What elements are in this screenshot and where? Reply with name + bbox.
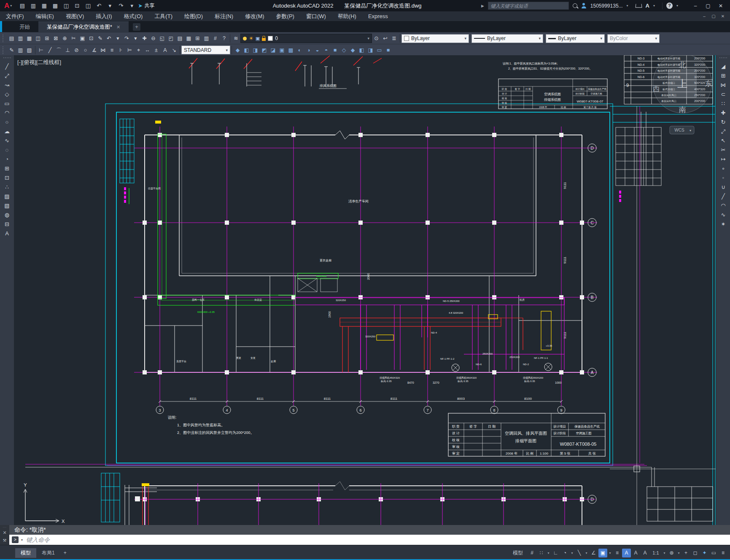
cylinder-icon[interactable]: ◆ (348, 46, 357, 54)
scale-icon[interactable]: ⤢ (718, 127, 728, 136)
menu-item[interactable]: 参数(P) (270, 11, 300, 21)
layer-dropdown-arrow[interactable]: ▾ (367, 36, 369, 40)
plot-preview-icon[interactable]: ⊞ (43, 34, 51, 43)
new-tab-button[interactable]: + (133, 23, 140, 31)
linear-dimension-icon[interactable]: ⊢ (37, 46, 46, 54)
save-icon[interactable]: ▦ (40, 2, 48, 9)
menu-item[interactable]: 修改(M) (239, 11, 270, 21)
toolbar-grip[interactable] (3, 46, 5, 54)
fillet-icon[interactable]: ◠ (718, 201, 728, 210)
extend-icon[interactable]: ↦ (718, 155, 728, 164)
command-prompt-icon[interactable]: > (12, 536, 19, 543)
erase-icon[interactable]: ◢ (718, 62, 728, 71)
zoom-window-icon[interactable]: ◱ (158, 34, 167, 43)
menu-item[interactable]: 绘图(D) (178, 11, 209, 21)
new-icon[interactable]: ▤ (7, 34, 16, 43)
dimension-text-icon[interactable]: A (161, 46, 170, 54)
command-close-icon[interactable]: ✕ (3, 530, 6, 536)
create-block-icon[interactable]: ⊡ (2, 173, 12, 183)
hatch-icon[interactable]: ▨ (2, 192, 12, 201)
command-recent-dropdown-icon[interactable]: ▾ (21, 538, 23, 542)
polar-dropdown[interactable]: ▾ (570, 549, 574, 557)
help-icon[interactable]: ? (666, 3, 673, 9)
dimension-text-edit-icon[interactable]: ± (152, 46, 161, 54)
snap-icon[interactable]: ∷ (537, 549, 546, 557)
layer-panel-icon[interactable]: ≋ (232, 34, 240, 43)
tolerance-icon[interactable]: ⊨ (125, 46, 134, 54)
insert-block-icon[interactable]: ⊞ (2, 164, 12, 173)
open-file-icon[interactable]: ▥ (30, 2, 37, 9)
color-dropdown[interactable]: ByLayer ▾ (401, 34, 469, 43)
line-icon[interactable]: ╱ (2, 62, 12, 71)
text-style-icon[interactable]: ▥ (16, 46, 25, 54)
viewcube[interactable]: 上 北 南 东 西 (653, 55, 712, 114)
aligned-dimension-icon[interactable]: ╱ (46, 46, 54, 54)
linetype-dropdown-arrow[interactable]: ▾ (539, 36, 541, 40)
clean-screen-icon[interactable]: ▭ (709, 549, 718, 557)
command-tools-icon[interactable]: ⚒ (3, 538, 7, 543)
isolate-objects-icon[interactable]: ◻ (691, 549, 700, 557)
copy-icon[interactable]: ▣ (78, 34, 87, 43)
arc-icon[interactable]: ◠ (2, 108, 12, 118)
diameter-dimension-icon[interactable]: ○ (81, 46, 90, 54)
menu-item[interactable]: 插入(I) (90, 11, 118, 21)
annotation-monitor-icon[interactable]: + (682, 549, 690, 557)
union-icon[interactable]: ◆ (233, 46, 242, 54)
doc-restore-button[interactable]: ▢ (711, 14, 717, 19)
scale-dropdown[interactable]: ▾ (662, 549, 667, 557)
layout-tab-add[interactable]: + (60, 549, 70, 557)
autoscale-icon[interactable]: A (631, 549, 640, 557)
plot-icon[interactable]: ◫ (34, 34, 43, 43)
region-icon[interactable]: ◍ (2, 210, 12, 220)
dimension-update-icon[interactable]: ↘ (170, 46, 178, 54)
ortho-icon[interactable]: ∟ (551, 549, 560, 557)
point-icon[interactable]: ∴ (2, 183, 12, 192)
close-button[interactable]: ✕ (715, 1, 727, 11)
chamfer-icon[interactable]: ╱ (718, 192, 728, 201)
transfer-icon[interactable]: ◫ (62, 2, 70, 9)
object-snap-icon[interactable]: ▣ (598, 549, 607, 557)
sphere-icon[interactable]: ◨ (366, 46, 375, 54)
layout-tab-model[interactable]: 模型 (15, 548, 36, 558)
menu-item[interactable]: Express (362, 11, 394, 21)
cone-icon[interactable]: ◧ (357, 46, 366, 54)
mirror-icon[interactable]: ⋈ (718, 81, 728, 90)
lineweight-dropdown[interactable]: ByLayer ▾ (546, 34, 605, 43)
command-input-row[interactable]: > ▾ (9, 535, 730, 545)
paste-icon[interactable]: ⊡ (87, 34, 96, 43)
quickcalc-icon[interactable]: # (211, 34, 220, 43)
redo-dropdown[interactable]: ▾ (131, 34, 140, 43)
toolbar-grip[interactable] (3, 57, 11, 60)
osnap-dropdown[interactable]: ▾ (608, 549, 612, 557)
model-space-canvas[interactable]: [-][俯视][二维线框] 排风系统图 (14, 55, 716, 525)
polar-tracking-icon[interactable]: ◔ (560, 549, 569, 557)
zoom-previous-icon[interactable]: ◰ (167, 34, 175, 43)
isodraft-icon[interactable]: ╲ (575, 549, 584, 557)
model-paper-toggle[interactable]: 模型 (511, 549, 527, 557)
viewport-controls-label[interactable]: [-][俯视][二维线框] (17, 59, 61, 66)
intersect-icon[interactable]: ◨ (251, 46, 260, 54)
lineweight-icon[interactable]: ≡ (613, 549, 622, 557)
copy-icon[interactable]: ⊞ (718, 71, 728, 81)
menu-item[interactable]: 编辑(E) (30, 11, 60, 21)
layer-viewport-freeze-icon[interactable]: ▣ (256, 36, 260, 41)
gradient-icon[interactable]: ▧ (2, 201, 12, 210)
slice-icon[interactable]: ◑ (304, 46, 313, 54)
center-mark-icon[interactable]: ⌖ (134, 46, 143, 54)
revolve-icon[interactable]: ◪ (269, 46, 277, 54)
rectangle-icon[interactable]: ▭ (2, 99, 12, 108)
command-input[interactable] (25, 536, 727, 544)
new-file-icon[interactable]: ▤ (19, 2, 26, 9)
save-icon[interactable]: ▦ (25, 34, 34, 43)
a-dropdown-icon[interactable]: ▾ (653, 4, 655, 8)
autodesk-a-icon[interactable]: A (646, 3, 649, 9)
autocad-logo[interactable]: A (4, 2, 9, 10)
user-avatar-icon[interactable] (581, 3, 587, 8)
quick-dimension-icon[interactable]: ⋈ (99, 46, 108, 54)
ellipse-icon[interactable]: ◌ (2, 145, 12, 155)
app-store-cart-icon[interactable] (635, 4, 642, 8)
web-icon[interactable]: ⊕ (60, 34, 69, 43)
make-layer-current-icon[interactable]: ⊙ (372, 34, 381, 43)
undo-dropdown[interactable]: ▾ (113, 34, 122, 43)
layer-unlock-icon[interactable] (262, 38, 266, 41)
